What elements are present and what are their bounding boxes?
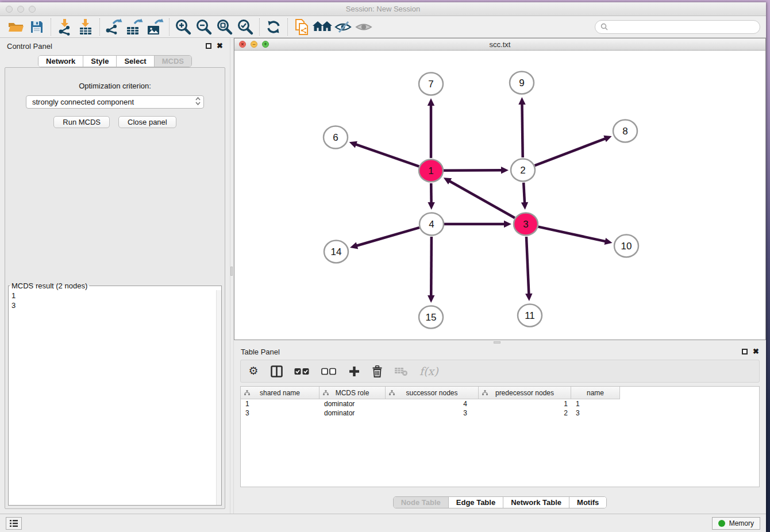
graph-node-11[interactable]: 11 bbox=[518, 304, 542, 327]
table-cell[interactable]: 1 bbox=[479, 399, 571, 408]
column-header-successor-nodes[interactable]: successor nodes bbox=[386, 387, 479, 399]
graph-node-7[interactable]: 7 bbox=[419, 73, 443, 95]
table-header-row: shared nameMCDS rolesuccessor nodesprede… bbox=[241, 387, 759, 399]
import-table-icon[interactable] bbox=[75, 17, 96, 37]
column-header-shared-name[interactable]: shared name bbox=[241, 387, 319, 399]
zoom-fit-icon[interactable] bbox=[214, 17, 235, 37]
network-maximize-button[interactable]: + bbox=[262, 41, 269, 48]
graph-node-6[interactable]: 6 bbox=[324, 126, 348, 149]
export-network-icon[interactable] bbox=[103, 17, 124, 37]
close-panel-icon[interactable]: ✖ bbox=[217, 43, 223, 49]
open-session-icon[interactable] bbox=[6, 17, 26, 37]
graph-node-9[interactable]: 9 bbox=[510, 72, 534, 94]
table-cell[interactable]: 3 bbox=[386, 408, 479, 418]
graph-edge-2-8[interactable] bbox=[535, 138, 606, 165]
run-mcds-button[interactable]: Run MCDS bbox=[53, 116, 110, 128]
save-session-icon[interactable] bbox=[26, 17, 47, 37]
zoom-selected-icon[interactable] bbox=[235, 17, 256, 37]
delete-column-trash-icon[interactable] bbox=[371, 364, 383, 379]
column-header-name[interactable]: name bbox=[571, 387, 620, 399]
graph-edge-1-6[interactable] bbox=[355, 144, 419, 167]
close-window-button[interactable] bbox=[6, 6, 13, 13]
graph-edge-3-10[interactable] bbox=[538, 227, 606, 242]
node-table: shared nameMCDS rolesuccessor nodesprede… bbox=[240, 386, 760, 487]
table-cell[interactable]: 4 bbox=[386, 399, 479, 408]
network-canvas[interactable]: 7968124314101511 bbox=[234, 51, 765, 340]
zoom-in-icon[interactable] bbox=[173, 17, 194, 37]
table-cell[interactable]: 1 bbox=[241, 399, 319, 408]
minimize-window-button[interactable] bbox=[17, 6, 24, 13]
graph-node-4[interactable]: 4 bbox=[419, 213, 444, 236]
criterion-dropdown[interactable]: strongly connected component bbox=[26, 95, 204, 109]
table-settings-gear-icon[interactable]: ⚙ bbox=[248, 364, 259, 379]
result-scrollbar[interactable] bbox=[216, 290, 221, 505]
float-panel-icon[interactable] bbox=[206, 43, 211, 49]
graph-node-8[interactable]: 8 bbox=[613, 120, 637, 142]
memory-button[interactable]: Memory bbox=[712, 517, 760, 530]
refresh-icon[interactable] bbox=[263, 17, 284, 37]
toolbar-separator bbox=[51, 18, 51, 36]
deselect-all-checkboxes-icon[interactable] bbox=[321, 364, 337, 379]
search-input[interactable] bbox=[611, 22, 754, 32]
export-image-icon[interactable] bbox=[145, 17, 165, 37]
graph-edge-arrowhead bbox=[350, 242, 358, 249]
tab-network[interactable]: Network bbox=[38, 56, 83, 67]
tab-motifs[interactable]: Motifs bbox=[569, 497, 606, 508]
mcds-result-text[interactable]: 1 3 bbox=[9, 290, 216, 505]
export-table-icon[interactable] bbox=[124, 17, 145, 37]
tab-edge-table[interactable]: Edge Table bbox=[449, 497, 503, 508]
table-cell[interactable]: 3 bbox=[571, 408, 620, 418]
duplicate-network-icon[interactable] bbox=[291, 17, 312, 37]
zoom-out-icon[interactable] bbox=[194, 17, 214, 37]
network-close-button[interactable]: × bbox=[239, 41, 246, 48]
graph-edge-4-15[interactable] bbox=[431, 237, 432, 296]
tab-network-table[interactable]: Network Table bbox=[503, 497, 569, 508]
tab-style[interactable]: Style bbox=[83, 56, 117, 67]
close-table-panel-icon[interactable]: ✖ bbox=[753, 349, 759, 354]
graph-node-15[interactable]: 15 bbox=[419, 306, 443, 329]
network-minimize-button[interactable]: – bbox=[251, 41, 257, 48]
graph-edge-2-3[interactable] bbox=[523, 183, 525, 203]
graph-node-1[interactable]: 1 bbox=[419, 160, 443, 182]
select-all-checkboxes-icon[interactable] bbox=[294, 364, 310, 379]
graph-node-14[interactable]: 14 bbox=[324, 241, 348, 263]
zoom-window-button[interactable] bbox=[29, 6, 36, 13]
column-header-mcds-role[interactable]: MCDS role bbox=[319, 387, 386, 399]
vertical-splitter[interactable] bbox=[230, 38, 234, 514]
horizontal-splitter[interactable] bbox=[234, 340, 766, 345]
graph-edge-3-1[interactable] bbox=[449, 181, 514, 218]
network-window-titlebar: × – + scc.txt bbox=[234, 38, 765, 51]
tab-select[interactable]: Select bbox=[117, 56, 154, 67]
show-column-panel-icon[interactable] bbox=[271, 364, 283, 379]
graph-node-3[interactable]: 3 bbox=[514, 213, 538, 236]
graph-node-10[interactable]: 10 bbox=[614, 235, 638, 257]
float-table-panel-icon[interactable] bbox=[742, 349, 748, 354]
add-column-plus-icon[interactable] bbox=[348, 364, 360, 379]
table-cell[interactable]: dominator bbox=[319, 408, 386, 418]
tab-mcds[interactable]: MCDS bbox=[155, 56, 191, 67]
graph-edge-3-11[interactable] bbox=[526, 237, 529, 295]
main-area: Control Panel ✖ NetworkStyleSelectMCDS O… bbox=[0, 38, 766, 514]
show-details-eye-icon[interactable] bbox=[353, 17, 374, 37]
graph-node-2[interactable]: 2 bbox=[511, 159, 535, 182]
tab-node-table[interactable]: Node Table bbox=[394, 497, 449, 508]
graph-edge-1-2[interactable] bbox=[444, 170, 502, 171]
table-cell[interactable]: dominator bbox=[319, 399, 386, 408]
graph-edge-4-14[interactable] bbox=[356, 228, 419, 246]
import-network-icon[interactable] bbox=[55, 17, 75, 37]
close-panel-button[interactable]: Close panel bbox=[118, 116, 176, 128]
table-cell[interactable]: 3 bbox=[241, 408, 319, 418]
task-history-button[interactable] bbox=[6, 517, 22, 530]
table-toolbar: ⚙ bbox=[240, 360, 760, 383]
graph-edge-arrowhead bbox=[349, 141, 357, 148]
table-cell[interactable]: 2 bbox=[479, 408, 571, 418]
graph-edge-2-9[interactable] bbox=[522, 103, 522, 157]
table-cell[interactable]: 1 bbox=[571, 399, 620, 408]
first-neighbors-icon[interactable] bbox=[312, 17, 333, 37]
column-header-predecessor-nodes[interactable]: predecessor nodes bbox=[479, 387, 571, 399]
splitter-handle[interactable] bbox=[494, 341, 500, 344]
delete-table-icon-disabled bbox=[394, 364, 408, 379]
hide-details-eye-icon[interactable] bbox=[333, 17, 353, 37]
splitter-handle[interactable] bbox=[230, 267, 233, 276]
memory-status-dot-icon bbox=[718, 520, 725, 527]
